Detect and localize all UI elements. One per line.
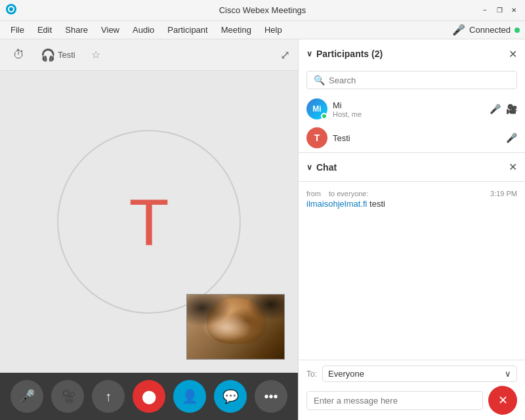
mute-button[interactable]: 🎤: [10, 380, 43, 413]
chat-text: ilmaisohjelmat.fi testi: [306, 199, 517, 209]
chevron-down-icon-chat: ∨: [306, 163, 312, 172]
menu-share[interactable]: Share: [60, 23, 93, 37]
participant-name-testi: Testi: [333, 133, 501, 143]
end-call-icon: ✕: [498, 393, 508, 408]
share-button[interactable]: ↑: [92, 380, 125, 413]
timer-icon: ⏱: [13, 48, 25, 62]
participant-mic-icon-mi: 🎤: [490, 104, 501, 114]
chevron-down-icon: ∨: [306, 49, 312, 58]
menu-bar: File Edit Share View Audio Participant M…: [0, 21, 525, 39]
from-label: from: [306, 190, 321, 198]
participant-item-testi: T Testi 🎤: [299, 123, 525, 152]
restore-button[interactable]: ❐: [494, 5, 505, 16]
menu-help[interactable]: Help: [259, 23, 287, 37]
connection-label: Connected: [469, 25, 511, 35]
share-icon: ↑: [105, 389, 112, 404]
self-video-thumbnail[interactable]: [186, 294, 285, 360]
menu-audio[interactable]: Audio: [127, 23, 159, 37]
mute-icon: 🎤: [19, 388, 35, 404]
video-area: ⏱ 🎧 Testi ☆ ⤢ T 🎤: [0, 39, 298, 420]
to-everyone-label: to everyone:: [329, 190, 369, 198]
search-icon: 🔍: [314, 75, 325, 85]
video-button[interactable]: 🎥: [51, 380, 84, 413]
participants-title-text: Participants (2): [316, 49, 383, 59]
participants-search-input[interactable]: [329, 75, 510, 85]
menu-file[interactable]: File: [5, 23, 30, 37]
connection-dot: [514, 28, 520, 33]
bottom-controls: 🎤 🎥 ↑ ⬤ 👤 💬 •••: [0, 373, 298, 420]
chat-link[interactable]: ilmaisohjelmat.fi: [306, 199, 367, 209]
participant-initials-mi: Mi: [312, 104, 321, 114]
headset-button[interactable]: 🎧 Testi: [35, 45, 81, 65]
avatar-letter: T: [129, 184, 169, 260]
main-area: ⏱ 🎧 Testi ☆ ⤢ T 🎤: [0, 39, 525, 420]
star-icon: ☆: [91, 49, 100, 61]
participant-video-icon-mi: 🎥: [506, 104, 517, 114]
minimize-button[interactable]: −: [479, 5, 491, 16]
chat-input-area: To: Everyone ∨ ✕: [299, 360, 525, 420]
chat-message-1: from to everyone: 3:19 PM ilmaisohjelmat…: [306, 190, 517, 209]
participants-search-box[interactable]: 🔍: [306, 71, 517, 89]
more-icon: •••: [264, 389, 278, 404]
chat-section: ∨ Chat ✕ from to everyone: 3:19 PM ilmai…: [299, 153, 525, 420]
title-bar: Cisco Webex Meetings − ❐ ✕: [0, 0, 525, 21]
video-icon: 🎥: [60, 388, 76, 404]
participant-role-mi: Host, me: [333, 110, 484, 118]
participant-name-mi: Mi: [333, 100, 484, 110]
participant-item-mi: Mi Mi Host, me 🎤 🎥: [299, 94, 525, 123]
headset-label: Testi: [58, 50, 75, 60]
record-button[interactable]: ⬤: [133, 380, 165, 413]
menu-participant[interactable]: Participant: [162, 23, 213, 37]
chevron-down-icon-to: ∨: [505, 369, 511, 379]
participants-close-button[interactable]: ✕: [509, 48, 517, 60]
self-video-content: [187, 295, 285, 360]
participant-mic-icon-testi: 🎤: [506, 133, 517, 143]
participants-button[interactable]: 👤: [173, 380, 206, 413]
timer-button[interactable]: ⏱: [8, 45, 30, 64]
participant-avatar-mi: Mi: [306, 98, 327, 119]
chat-title-text: Chat: [316, 162, 337, 173]
message-time: 3:19 PM: [490, 190, 517, 198]
chat-message-input[interactable]: [306, 391, 483, 410]
expand-button[interactable]: ⤢: [280, 48, 290, 62]
chat-messages: from to everyone: 3:19 PM ilmaisohjelmat…: [299, 182, 525, 360]
more-button[interactable]: •••: [255, 380, 287, 413]
participants-section: ∨ Participants (2) ✕ 🔍 Mi Mi Host, me: [299, 39, 525, 153]
participants-title: ∨ Participants (2): [306, 49, 383, 59]
end-call-button[interactable]: ✕: [488, 386, 517, 415]
chat-to-row: To: Everyone ∨: [306, 366, 517, 382]
participant-info-testi: Testi: [333, 133, 501, 143]
online-indicator-mi: [321, 113, 327, 119]
participant-initials-testi: T: [314, 133, 320, 143]
chat-header: ∨ Chat ✕: [299, 153, 525, 182]
app-icon: [5, 3, 17, 18]
chat-icon: 💬: [222, 388, 239, 404]
app-title: Cisco Webex Meetings: [219, 5, 306, 15]
chat-title: ∨ Chat: [306, 162, 337, 173]
chat-to-value: Everyone: [328, 369, 364, 379]
chat-input-row: ✕: [306, 386, 517, 415]
chat-suffix: testi: [367, 199, 385, 209]
close-button[interactable]: ✕: [508, 5, 520, 16]
chat-meta: from to everyone: 3:19 PM: [306, 190, 517, 198]
chat-to-label: To:: [306, 369, 317, 379]
chat-close-button[interactable]: ✕: [509, 161, 517, 173]
menu-meeting[interactable]: Meeting: [216, 23, 257, 37]
video-toolbar: ⏱ 🎧 Testi ☆ ⤢: [0, 39, 298, 71]
participant-info-mi: Mi Host, me: [333, 100, 484, 118]
menu-view[interactable]: View: [96, 23, 125, 37]
record-icon: ⬤: [142, 388, 156, 404]
participants-icon: 👤: [182, 388, 198, 404]
right-panel: ∨ Participants (2) ✕ 🔍 Mi Mi Host, me: [298, 39, 525, 420]
chat-to-dropdown[interactable]: Everyone ∨: [322, 366, 517, 382]
svg-point-2: [9, 7, 13, 11]
star-button[interactable]: ☆: [86, 46, 106, 64]
connection-mic-icon: 🎤: [452, 24, 465, 36]
headset-icon: 🎧: [41, 48, 55, 62]
window-controls: − ❐ ✕: [479, 5, 520, 16]
menu-edit[interactable]: Edit: [32, 23, 57, 37]
chat-button[interactable]: 💬: [214, 380, 247, 413]
connection-status: 🎤 Connected: [452, 24, 520, 36]
participant-avatar-circle: T: [57, 130, 241, 314]
video-main: T: [0, 71, 298, 373]
